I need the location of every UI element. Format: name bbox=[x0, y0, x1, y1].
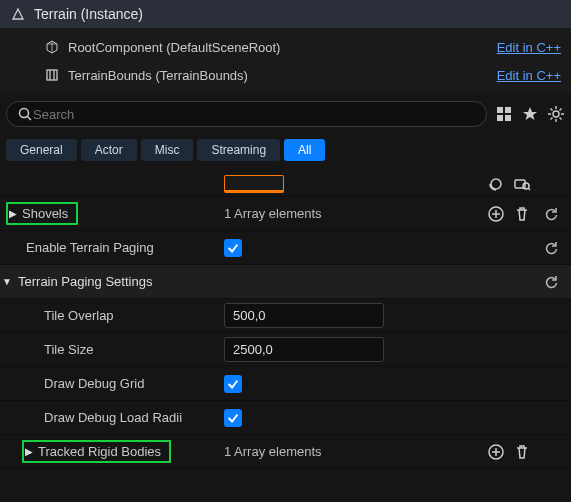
node-icon bbox=[44, 39, 60, 55]
add-element-icon[interactable] bbox=[487, 205, 505, 223]
tab-misc[interactable]: Misc bbox=[141, 139, 194, 161]
property-panel: ▶ Shovels 1 Array elements Enable Terrai… bbox=[0, 171, 571, 469]
checkbox-draw-debug-grid[interactable] bbox=[224, 375, 242, 393]
prop-row-tile-size: Tile Size bbox=[0, 333, 571, 367]
prop-row-draw-debug-load-radii: Draw Debug Load Radii bbox=[0, 401, 571, 435]
add-element-icon[interactable] bbox=[487, 443, 505, 461]
input-tile-size[interactable] bbox=[224, 337, 384, 362]
clear-array-icon[interactable] bbox=[513, 205, 531, 223]
svg-rect-5 bbox=[497, 115, 503, 121]
array-count: 1 Array elements bbox=[224, 444, 322, 459]
browse-icon[interactable] bbox=[513, 175, 531, 193]
filter-tabs: General Actor Misc Streaming All bbox=[0, 135, 571, 171]
bounds-icon bbox=[44, 67, 60, 83]
svg-rect-4 bbox=[505, 107, 511, 113]
use-selected-icon[interactable] bbox=[487, 175, 505, 193]
prop-label-tile-size: Tile Size bbox=[44, 342, 93, 357]
search-input[interactable] bbox=[33, 107, 476, 122]
prop-label-draw-debug-grid: Draw Debug Grid bbox=[44, 376, 144, 391]
edit-in-cpp-link[interactable]: Edit in C++ bbox=[497, 40, 561, 55]
svg-rect-6 bbox=[505, 115, 511, 121]
favorites-star-icon[interactable] bbox=[521, 105, 539, 123]
prop-row-enable-paging: Enable Terrain Paging bbox=[0, 231, 571, 265]
reset-icon[interactable] bbox=[543, 206, 559, 222]
search-icon bbox=[17, 106, 33, 122]
svg-line-11 bbox=[528, 188, 530, 190]
grid-view-icon[interactable] bbox=[495, 105, 513, 123]
outliner-header: Terrain (Instance) bbox=[0, 0, 571, 29]
tab-actor[interactable]: Actor bbox=[81, 139, 137, 161]
tree-label: TerrainBounds (TerrainBounds) bbox=[68, 68, 248, 83]
prop-row-tracked-bodies: ▶ Tracked Rigid Bodies 1 Array elements bbox=[0, 435, 571, 469]
svg-point-8 bbox=[491, 179, 501, 189]
reset-icon[interactable] bbox=[543, 240, 559, 256]
svg-rect-0 bbox=[47, 70, 57, 80]
component-tree: RootComponent (DefaultSceneRoot) Edit in… bbox=[0, 29, 571, 93]
edit-in-cpp-link[interactable]: Edit in C++ bbox=[497, 68, 561, 83]
prop-row-tile-overlap: Tile Overlap bbox=[0, 299, 571, 333]
tree-label: RootComponent (DefaultSceneRoot) bbox=[68, 40, 280, 55]
prop-section-paging[interactable]: ▼ Terrain Paging Settings bbox=[0, 265, 571, 299]
prop-label-tracked-bodies: Tracked Rigid Bodies bbox=[34, 442, 165, 461]
input-tile-overlap[interactable] bbox=[224, 303, 384, 328]
prop-row-unknown-top bbox=[0, 171, 571, 197]
checkbox-draw-debug-load-radii[interactable] bbox=[224, 409, 242, 427]
prop-label-shovels: Shovels bbox=[18, 204, 72, 223]
prop-label-tile-overlap: Tile Overlap bbox=[44, 308, 114, 323]
prop-label-draw-debug-load-radii: Draw Debug Load Radii bbox=[44, 410, 182, 425]
expand-arrow-icon[interactable]: ▶ bbox=[8, 208, 18, 219]
prop-label-paging-header: Terrain Paging Settings bbox=[18, 274, 152, 289]
svg-point-7 bbox=[553, 111, 559, 117]
settings-gear-icon[interactable] bbox=[547, 105, 565, 123]
svg-rect-3 bbox=[497, 107, 503, 113]
prop-row-shovels: ▶ Shovels 1 Array elements bbox=[0, 197, 571, 231]
svg-point-1 bbox=[20, 109, 29, 118]
tree-row-bounds[interactable]: TerrainBounds (TerrainBounds) Edit in C+… bbox=[0, 61, 571, 89]
tree-row-root[interactable]: RootComponent (DefaultSceneRoot) Edit in… bbox=[0, 33, 571, 61]
color-swatch[interactable] bbox=[224, 175, 284, 193]
search-field-wrap[interactable] bbox=[6, 101, 487, 127]
clear-array-icon[interactable] bbox=[513, 443, 531, 461]
page-title: Terrain (Instance) bbox=[34, 6, 143, 22]
tab-all[interactable]: All bbox=[284, 139, 325, 161]
checkbox-enable-paging[interactable] bbox=[224, 239, 242, 257]
expand-arrow-down-icon[interactable]: ▼ bbox=[2, 276, 12, 287]
expand-arrow-icon[interactable]: ▶ bbox=[24, 446, 34, 457]
prop-label-enable-paging: Enable Terrain Paging bbox=[26, 240, 154, 255]
search-bar bbox=[0, 93, 571, 135]
prop-row-draw-debug-grid: Draw Debug Grid bbox=[0, 367, 571, 401]
svg-line-2 bbox=[28, 117, 32, 121]
tab-general[interactable]: General bbox=[6, 139, 77, 161]
array-count: 1 Array elements bbox=[224, 206, 322, 221]
reset-icon[interactable] bbox=[543, 274, 559, 290]
class-icon bbox=[10, 6, 26, 22]
tab-streaming[interactable]: Streaming bbox=[197, 139, 280, 161]
